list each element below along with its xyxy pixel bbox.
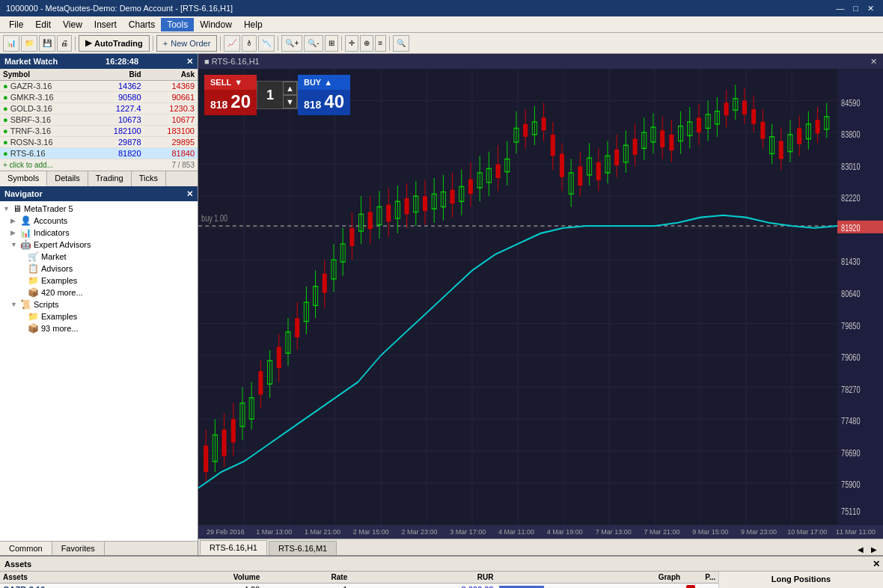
tree-advisors[interactable]: 📋 Advisors: [0, 263, 198, 275]
sell-button[interactable]: SELL ▼ 818 20: [204, 75, 257, 115]
mw-row[interactable]: ●ROSN-3.16 29878 29895: [0, 137, 198, 148]
menu-tools[interactable]: Tools: [161, 18, 194, 31]
tree-expert-advisors[interactable]: ▼ 🤖 Expert Advisors: [0, 239, 198, 251]
svg-rect-162: [806, 124, 810, 139]
zoom-in-button[interactable]: 🔍+: [281, 35, 302, 52]
toolbar-separator-5: [341, 36, 342, 51]
svg-rect-142: [715, 111, 719, 124]
autotrading-button[interactable]: ▶ AutoTrading: [79, 35, 150, 52]
chart-tab-next[interactable]: ▶: [868, 544, 880, 555]
menu-help[interactable]: Help: [238, 18, 269, 31]
menu-charts[interactable]: Charts: [123, 18, 161, 31]
navigator-close[interactable]: ✕: [186, 189, 193, 199]
add-symbol-button[interactable]: + click to add...: [3, 161, 53, 169]
window-controls[interactable]: — □ ✕: [833, 4, 877, 13]
buy-button[interactable]: BUY ▲ 818 40: [298, 75, 350, 115]
indicators-icon: 📊: [20, 227, 31, 238]
svg-rect-156: [779, 141, 783, 159]
menu-insert[interactable]: Insert: [88, 18, 123, 31]
menu-view[interactable]: View: [57, 18, 88, 31]
assets-section: Assets Volume Rate RUR Graph P... GAZR-3…: [0, 572, 718, 588]
chart-line-button[interactable]: 📉: [258, 35, 275, 52]
save-button[interactable]: 💾: [39, 35, 55, 52]
mw-symbol: ●RTS-6.16: [0, 148, 91, 159]
svg-rect-158: [788, 135, 792, 152]
mw-row[interactable]: ●GOLD-3.16 1227.4 1230.3: [0, 103, 198, 114]
script-examples-icon: 📁: [28, 311, 39, 322]
search-button[interactable]: 🔍: [393, 35, 409, 52]
mw-ask: 29895: [144, 137, 198, 148]
template-button[interactable]: ≡: [375, 35, 387, 52]
tree-label: Indicators: [34, 228, 70, 237]
time-label-9: 7 Mar 13:00: [589, 528, 638, 536]
tree-scripts-more[interactable]: 📦 93 more...: [0, 322, 198, 334]
chart-tab-prev[interactable]: ◀: [855, 544, 867, 555]
menu-file[interactable]: File: [3, 18, 29, 31]
market-watch-close[interactable]: ✕: [186, 57, 193, 67]
window-title: 1000000 - MetaQuotes-Demo: Demo Account …: [6, 4, 233, 13]
col-bid: Bid: [91, 69, 144, 81]
nav-tab-common[interactable]: Common: [0, 542, 52, 555]
menu-edit[interactable]: Edit: [29, 18, 57, 31]
qty-value: 1: [257, 85, 283, 106]
crosshair-button[interactable]: ✛: [345, 35, 358, 52]
svg-rect-42: [258, 371, 263, 394]
tree-ea-more[interactable]: 📦 420 more...: [0, 287, 198, 298]
nav-tab-favorites[interactable]: Favorites: [52, 542, 105, 555]
mw-tab-details[interactable]: Details: [47, 171, 88, 186]
time-label-13: 10 Mar 17:00: [783, 528, 831, 536]
mw-row[interactable]: ●TRNF-3.16 182100 183100: [0, 126, 198, 137]
close-button[interactable]: ✕: [864, 4, 877, 13]
svg-rect-136: [688, 122, 692, 135]
sell-text: SELL: [210, 78, 231, 87]
tree-scripts[interactable]: ▼ 📜 Scripts: [0, 298, 198, 310]
mw-tab-trading[interactable]: Trading: [88, 171, 132, 186]
maximize-button[interactable]: □: [850, 4, 861, 13]
new-chart-button[interactable]: 📊: [3, 35, 19, 52]
assets-close-button[interactable]: ✕: [873, 559, 880, 569]
tree-metatrader5[interactable]: ▼ 🖥 MetaTrader 5: [0, 203, 198, 215]
chart-header: ■ RTS-6.16,H1 ✕: [198, 54, 883, 69]
scroll-button[interactable]: ⊞: [325, 35, 338, 52]
chart-header-controls[interactable]: ✕: [870, 57, 877, 67]
tree-scripts-examples[interactable]: 📁 Examples: [0, 310, 198, 322]
examples-icon: 📁: [28, 275, 39, 286]
svg-rect-96: [505, 159, 510, 172]
tree-market[interactable]: 🛒 Market: [0, 251, 198, 263]
mw-row[interactable]: ●GMKR-3.16 90580 90661: [0, 92, 198, 103]
print-button[interactable]: 🖨: [57, 35, 72, 52]
zoom-out-button[interactable]: 🔍-: [304, 35, 323, 52]
asset-name: GAZR-3.16: [0, 584, 146, 589]
svg-rect-100: [523, 124, 528, 137]
tree-label: 420 more...: [41, 288, 83, 297]
chart-bar-button[interactable]: 📈: [224, 35, 240, 52]
mw-tab-ticks[interactable]: Ticks: [132, 171, 166, 186]
menu-window[interactable]: Window: [194, 18, 238, 31]
mw-tab-symbols[interactable]: Symbols: [0, 171, 47, 186]
bottom-panel: Assets ✕ Assets Volume Rate RUR Graph P.…: [0, 555, 883, 588]
svg-text:83800: 83800: [841, 129, 860, 140]
tree-label: 93 more...: [41, 324, 79, 333]
chart-candle-button[interactable]: 🕯: [242, 35, 257, 52]
chart-tab-h1[interactable]: RTS-6.16,H1: [200, 540, 267, 555]
mw-row[interactable]: ●GAZR-3.16 14362 14369: [0, 81, 198, 92]
minimize-button[interactable]: —: [833, 4, 847, 13]
asset-rur: 8 660.00: [350, 584, 496, 589]
svg-rect-88: [468, 180, 473, 195]
svg-rect-114: [587, 158, 592, 175]
tree-label: Examples: [41, 276, 77, 285]
chart-container[interactable]: SELL ▼ 818 20 1 ▲ ▼: [198, 69, 883, 525]
tree-accounts[interactable]: ▶ 👤 Accounts: [0, 215, 198, 227]
mw-row[interactable]: ●SBRF-3.16 10673 10677: [0, 114, 198, 126]
new-order-button[interactable]: + New Order: [156, 35, 218, 52]
market-watch-title: Market Watch: [4, 57, 58, 66]
open-button[interactable]: 📁: [21, 35, 37, 52]
assets-row[interactable]: GAZR-3.16 4.00 1 8 660.00: [0, 584, 718, 589]
qty-down-arrow[interactable]: ▼: [283, 95, 297, 108]
indicator-button[interactable]: ⊕: [360, 35, 373, 52]
chart-tab-m1[interactable]: RTS-6.16,M1: [269, 541, 337, 555]
mw-row[interactable]: ●RTS-6.16 81820 81840: [0, 148, 198, 159]
qty-up-arrow[interactable]: ▲: [283, 82, 297, 95]
tree-ea-examples[interactable]: 📁 Examples: [0, 275, 198, 287]
tree-indicators[interactable]: ▶ 📊 Indicators: [0, 227, 198, 239]
